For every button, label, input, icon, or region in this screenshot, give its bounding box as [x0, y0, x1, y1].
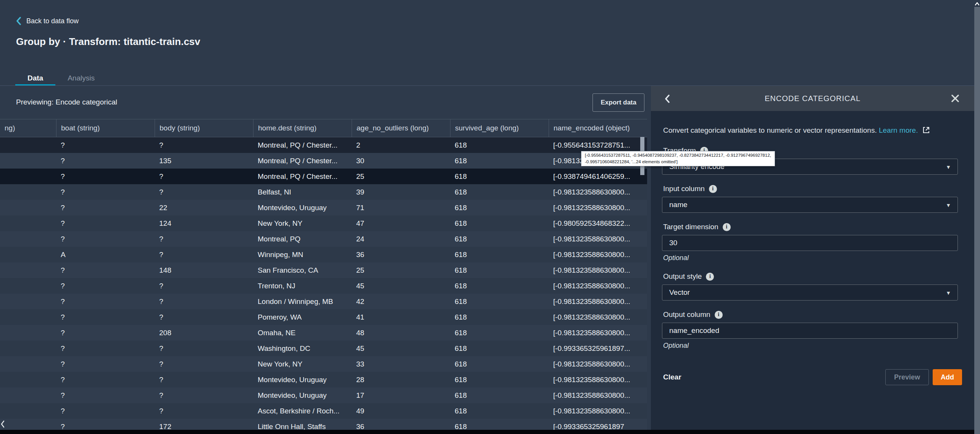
- encode-categorical-panel: ENCODE CATEGORICAL Convert categorical v…: [651, 86, 974, 434]
- panel-title: ENCODE CATEGORICAL: [651, 94, 974, 103]
- table-cell: [0, 419, 56, 431]
- table-row[interactable]: A?Winnipeg, MN36618[-0.981323588630800..…: [0, 247, 647, 262]
- column-header[interactable]: name_encoded (object): [549, 119, 647, 137]
- table-row[interactable]: ?172Little Onn Hall, Staffs36618[-0.9933…: [0, 419, 647, 431]
- table-row[interactable]: ??Ascot, Berkshire / Roch...49618[-0.981…: [0, 403, 647, 419]
- previewing-status: Previewing: Encode categorical: [16, 98, 117, 106]
- table-row[interactable]: ?208Omaha, NE48618[-0.981323588630800...: [0, 325, 647, 341]
- optional-note: Optional: [663, 254, 974, 262]
- table-row[interactable]: ??Montreal, PQ / Chester...2618[-0.95564…: [0, 137, 647, 153]
- table-cell: 47: [352, 215, 450, 231]
- table-row[interactable]: ??Montevideo, Uruguay28618[-0.9813235886…: [0, 372, 647, 387]
- table-cell: Montreal, PQ / Chester...: [253, 169, 352, 184]
- panel-description: Convert categorical variables to numeric…: [663, 125, 961, 137]
- input-column-select[interactable]: name ▼: [662, 197, 958, 213]
- table-cell: 618: [450, 294, 549, 309]
- table-cell: [-0.938749461406259...: [549, 169, 647, 184]
- table-cell: Montreal, PQ / Chester...: [253, 153, 352, 169]
- info-icon[interactable]: i: [706, 273, 714, 281]
- table-cell: ?: [56, 387, 155, 403]
- table-row[interactable]: ?135Montreal, PQ / Chester...30618[-0.98…: [0, 153, 647, 169]
- table-cell: ?: [56, 419, 155, 431]
- table-row[interactable]: ??New York, NY33618[-0.981323588630800..…: [0, 356, 647, 372]
- table-row[interactable]: ??London / Winnipeg, MB42618[-0.98132358…: [0, 294, 647, 309]
- column-header[interactable]: ng): [0, 119, 56, 137]
- table-cell: Montreal, PQ / Chester...: [253, 137, 352, 153]
- table-body: ??Montreal, PQ / Chester...2618[-0.95564…: [0, 137, 647, 431]
- table-cell: 33: [352, 356, 450, 372]
- table-cell: Washington, DC: [253, 341, 352, 356]
- table-row[interactable]: ??Trenton, NJ45618[-0.981323588630800...: [0, 278, 647, 294]
- table-cell: 148: [155, 262, 253, 278]
- table-cell: [-0.981323588630800...: [549, 372, 647, 387]
- table-row[interactable]: ??Montreal, PQ24618[-0.981323588630800..…: [0, 231, 647, 247]
- page-vertical-scrollbar[interactable]: [974, 0, 980, 434]
- table-cell: [-0.981323588630800...: [549, 278, 647, 294]
- table-cell: 618: [450, 215, 549, 231]
- table-cell: [-0.981323588630800...: [549, 356, 647, 372]
- table-cell: 24: [352, 231, 450, 247]
- chevron-down-icon: ▼: [946, 290, 951, 296]
- table-row[interactable]: ?22Montevideo, Uruguay71618[-0.981323588…: [0, 200, 647, 215]
- column-header[interactable]: body (string): [155, 119, 253, 137]
- panel-back-chevron-icon[interactable]: [665, 94, 670, 105]
- table-cell: [-0.981323588630800...: [549, 231, 647, 247]
- table-cell: ?: [56, 372, 155, 387]
- info-icon[interactable]: i: [723, 223, 731, 231]
- table-cell: 618: [450, 262, 549, 278]
- table-row[interactable]: ??Montevideo, Uruguay17618[-0.9813235886…: [0, 387, 647, 403]
- table-row[interactable]: ??Washington, DC45618[-0.993365325961897…: [0, 341, 647, 356]
- table-cell: Trenton, NJ: [253, 278, 352, 294]
- table-cell: [-0.981323588630800...: [549, 325, 647, 341]
- close-icon[interactable]: [951, 94, 960, 104]
- page-title: Group by · Transform: titantic-train.csv: [16, 36, 200, 48]
- table-cell: 135: [155, 153, 253, 169]
- table-row[interactable]: ?124New York, NY47618[-0.980592534868322…: [0, 215, 647, 231]
- preview-button[interactable]: Preview: [885, 369, 929, 385]
- table-cell: London / Winnipeg, MB: [253, 294, 352, 309]
- column-header[interactable]: boat (string): [56, 119, 155, 137]
- tab-data[interactable]: Data: [15, 72, 55, 85]
- table-cell: 48: [352, 325, 450, 341]
- table-cell: 618: [450, 231, 549, 247]
- back-to-data-flow-link[interactable]: Back to data flow: [16, 17, 79, 25]
- output-column-input[interactable]: name_encoded: [662, 323, 958, 339]
- learn-more-link[interactable]: Learn more.: [879, 126, 918, 134]
- output-style-select[interactable]: Vector ▼: [662, 285, 958, 301]
- table-cell: [0, 403, 56, 419]
- add-button[interactable]: Add: [933, 369, 962, 385]
- table-cell: ?: [56, 215, 155, 231]
- table-cell: [0, 309, 56, 325]
- horizontal-scrollbar[interactable]: [0, 430, 974, 434]
- table-cell: [-0.981323588630800...: [549, 387, 647, 403]
- back-link-label: Back to data flow: [26, 17, 79, 25]
- table-cell: ?: [56, 403, 155, 419]
- export-data-button[interactable]: Export data: [593, 93, 644, 112]
- clear-button[interactable]: Clear: [663, 373, 681, 381]
- table-row[interactable]: ??Belfast, NI39618[-0.981323588630800...: [0, 184, 647, 200]
- tooltip-line: -0.9957106048221284, '...24 elements omi…: [585, 159, 771, 165]
- table-cell: 22: [155, 200, 253, 215]
- table-cell: [-0.981323588630800...: [549, 294, 647, 309]
- target-dimension-input[interactable]: 30: [662, 235, 958, 251]
- table-row[interactable]: ??Montreal, PQ / Chester...25618[-0.9387…: [0, 169, 647, 184]
- scroll-left-icon[interactable]: [1, 420, 5, 429]
- column-header[interactable]: age_no_outliers (long): [352, 119, 450, 137]
- column-header[interactable]: home.dest (string): [253, 119, 352, 137]
- table-cell: ?: [56, 309, 155, 325]
- info-icon[interactable]: i: [715, 311, 723, 319]
- table-cell: Montevideo, Uruguay: [253, 387, 352, 403]
- table-cell: [-0.981323588630800...: [549, 403, 647, 419]
- info-icon[interactable]: i: [709, 185, 717, 193]
- tab-analysis[interactable]: Analysis: [55, 72, 107, 85]
- table-cell: Belfast, NI: [253, 184, 352, 200]
- table-cell: 36: [352, 247, 450, 262]
- table-cell: 71: [352, 200, 450, 215]
- table-cell: ?: [56, 325, 155, 341]
- column-header[interactable]: survived_age (long): [450, 119, 549, 137]
- table-cell: New York, NY: [253, 356, 352, 372]
- table-row[interactable]: ??Pomeroy, WA41618[-0.981323588630800...: [0, 309, 647, 325]
- page-scrollbar-thumb[interactable]: [974, 7, 980, 434]
- table-cell: [0, 341, 56, 356]
- table-row[interactable]: ?148San Francisco, CA25618[-0.9813235886…: [0, 262, 647, 278]
